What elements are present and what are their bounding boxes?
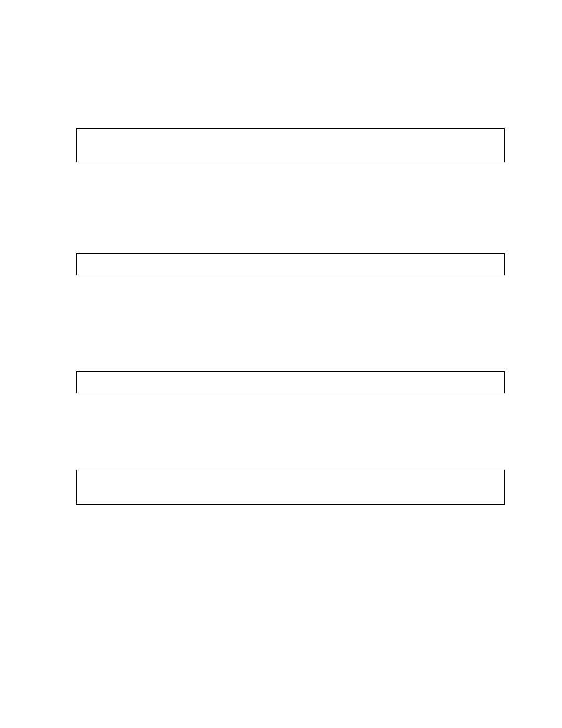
rectangle-box-4 [76,470,505,505]
rectangle-box-2 [76,253,505,275]
rectangle-box-1 [76,128,505,162]
rectangle-box-3 [76,371,505,393]
